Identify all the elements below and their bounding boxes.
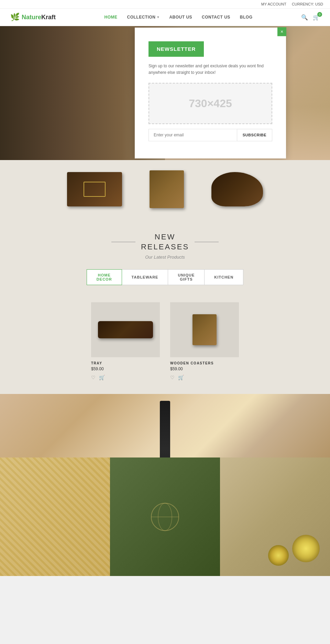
- nav-collection-dropdown[interactable]: COLLECTION ▼: [127, 15, 160, 20]
- product-tray-image[interactable]: [91, 302, 160, 357]
- cart-icon[interactable]: 🛒 0: [313, 14, 320, 21]
- duck-image: [211, 172, 263, 206]
- product-card-coasters: WOODEN COASTERS $59.00 ♡ 🛒: [170, 302, 239, 380]
- placeholder-dimensions: 730×425: [189, 97, 232, 110]
- cart-icon-tray[interactable]: 🛒: [99, 375, 105, 380]
- header-icons: 🔍 🛒 0: [301, 14, 320, 21]
- nav-contact[interactable]: CONTACT US: [202, 15, 230, 20]
- workshop-banner: [0, 394, 330, 576]
- band-item-duck[interactable]: [211, 172, 263, 206]
- nav-collection[interactable]: COLLECTION: [127, 15, 155, 20]
- wicker-image: [0, 457, 110, 576]
- product-coasters-name: WOODEN COASTERS: [170, 361, 239, 365]
- email-input[interactable]: [149, 129, 237, 141]
- sphere-image: [110, 457, 220, 576]
- cat-tab-unique-gifts[interactable]: UNIQUEGIFTS: [168, 269, 205, 285]
- title-line-left: [111, 242, 135, 242]
- twine-image: [220, 457, 330, 576]
- product-card-tray: TRAY $59.00 ♡ 🛒: [91, 302, 160, 380]
- section-heading: NEW RELEASES: [141, 232, 189, 252]
- product-tray-name: TRAY: [91, 361, 160, 365]
- new-releases-section: NEW RELEASES Our Latest Products HOMEDEC…: [0, 218, 330, 302]
- product-tray-price: $59.00: [91, 366, 160, 371]
- band-item-corner[interactable]: [150, 170, 184, 208]
- products-grid: TRAY $59.00 ♡ 🛒 WOODEN COASTERS $59.00 ♡…: [0, 302, 330, 394]
- band-item-box[interactable]: [67, 172, 122, 206]
- product-coasters-actions: ♡ 🛒: [170, 375, 239, 380]
- tray-shape: [98, 321, 153, 338]
- rope-spool: [292, 535, 320, 562]
- wood-box-image: [67, 172, 122, 206]
- newsletter-header-button[interactable]: NEWSLETTER: [148, 41, 204, 57]
- category-tabs: HOMEDECOR TABLEWARE UNIQUEGIFTS KITCHEN: [7, 269, 323, 285]
- product-coasters-price: $59.00: [170, 366, 239, 371]
- email-form: SUBSCRIBE: [148, 129, 272, 142]
- product-band: [0, 160, 330, 218]
- logo[interactable]: 🌿 NatureKraft: [10, 13, 56, 22]
- cat-tab-home-decor[interactable]: HOMEDECOR: [87, 269, 122, 285]
- my-account-link[interactable]: MY ACCOUNT: [261, 2, 286, 6]
- section-title: NEW RELEASES: [7, 232, 323, 252]
- product-tray-actions: ♡ 🛒: [91, 375, 160, 380]
- product-coasters-image[interactable]: [170, 302, 239, 357]
- cat-tab-kitchen[interactable]: KITCHEN: [205, 269, 243, 285]
- rope-spool-2: [268, 545, 289, 566]
- nav-blog[interactable]: BLOG: [240, 15, 253, 20]
- sphere-svg: [148, 500, 182, 534]
- cat-tab-tableware[interactable]: TABLEWARE: [122, 269, 168, 285]
- bottom-image-grid: [0, 457, 330, 576]
- nav-home[interactable]: HOME: [104, 15, 117, 20]
- currency-selector[interactable]: CURRENCY: USD: [292, 2, 323, 6]
- title-line-right: [195, 242, 219, 242]
- newsletter-image-placeholder: 730×425: [148, 83, 272, 124]
- modal-close-button[interactable]: ×: [277, 27, 286, 36]
- coasters-shape: [192, 314, 217, 345]
- newsletter-modal: × NEWSLETTER Sign up to our newsletter a…: [135, 27, 286, 158]
- search-icon[interactable]: 🔍: [301, 14, 308, 21]
- top-bar: MY ACCOUNT CURRENCY: USD: [0, 0, 330, 9]
- section-subtitle: Our Latest Products: [7, 255, 323, 260]
- cart-icon-coasters[interactable]: 🛒: [178, 375, 184, 380]
- collection-chevron-icon: ▼: [156, 15, 160, 19]
- corner-piece-image: [150, 170, 184, 208]
- newsletter-description: Sign up to our newsletter and get exclus…: [148, 63, 272, 76]
- header: 🌿 NatureKraft HOME COLLECTION ▼ ABOUT US…: [0, 9, 330, 26]
- nav-about[interactable]: ABOUT US: [169, 15, 192, 20]
- logo-icon: 🌿: [10, 13, 20, 22]
- cart-badge: 0: [317, 12, 322, 17]
- wishlist-icon-tray[interactable]: ♡: [91, 375, 96, 380]
- hero-section: × NEWSLETTER Sign up to our newsletter a…: [0, 26, 330, 160]
- newsletter-modal-overlay: × NEWSLETTER Sign up to our newsletter a…: [135, 27, 286, 158]
- main-nav: HOME COLLECTION ▼ ABOUT US CONTACT US BL…: [104, 15, 252, 20]
- wishlist-icon-coasters[interactable]: ♡: [170, 375, 175, 380]
- subscribe-button[interactable]: SUBSCRIBE: [237, 129, 272, 141]
- logo-text: NatureKraft: [22, 14, 56, 21]
